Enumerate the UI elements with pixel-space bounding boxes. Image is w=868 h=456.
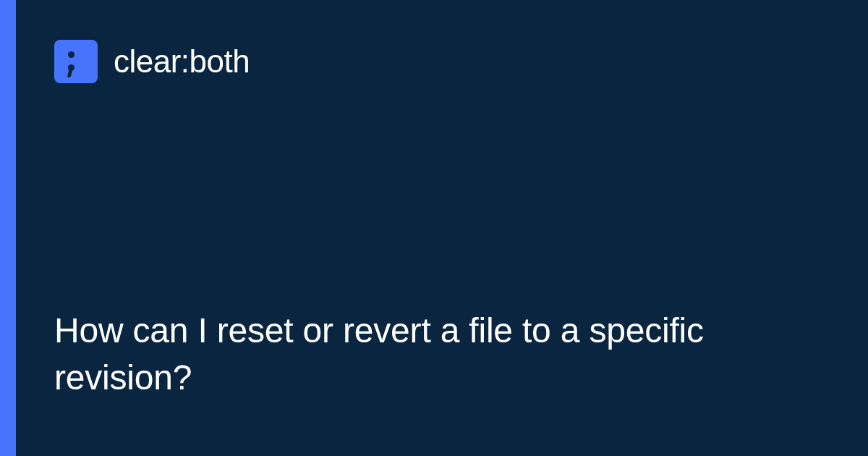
semicolon-icon [54,40,98,83]
page-title: How can I reset or revert a file to a sp… [54,308,817,416]
logo-row: clear:both [54,40,817,83]
content-container: clear:both How can I reset or revert a f… [0,0,868,456]
brand-name: clear:both [114,43,250,80]
accent-bar [0,0,16,456]
